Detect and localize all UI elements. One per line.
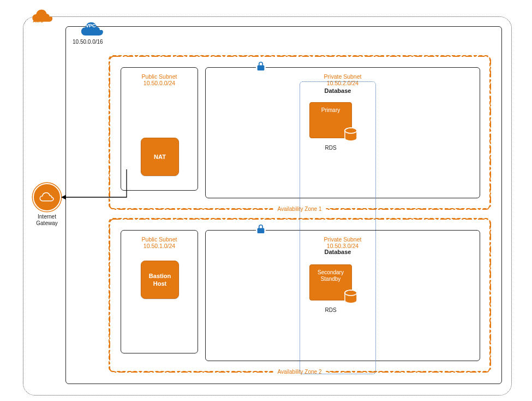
subnet-title: Private Subnet <box>206 73 480 80</box>
nat-box: NAT <box>141 138 179 176</box>
nat-node: NAT <box>141 138 179 176</box>
subnet-title: Public Subnet <box>121 236 198 243</box>
nat-label: NAT <box>154 153 166 161</box>
rds-primary-node: Primary RDS <box>309 102 352 151</box>
internet-gateway: InternetGateway <box>33 183 61 227</box>
bastion-node: BastionHost <box>141 261 179 299</box>
subnet-title: Public Subnet <box>121 73 198 80</box>
database-cylinder-icon <box>343 289 359 305</box>
vpc-box: VPC 10.50.0.0/16 Public Subnet 10.50.0.0… <box>65 26 502 384</box>
aws-label: AWS <box>33 19 44 23</box>
rds-secondary-service: RDS <box>309 307 352 313</box>
rds-secondary-label: SecondaryStandby <box>310 265 351 282</box>
igw-label: InternetGateway <box>33 214 61 227</box>
lock-icon <box>256 61 266 72</box>
bastion-label: BastionHost <box>149 272 171 288</box>
database-title: Database <box>300 87 375 94</box>
lock-icon <box>256 223 266 234</box>
vpc-label: VPC <box>86 23 96 28</box>
rds-primary-label: Primary <box>310 103 351 114</box>
internet-gateway-icon <box>33 183 61 211</box>
rds-primary-box: Primary <box>309 102 352 138</box>
az1-public-subnet: Public Subnet 10.50.0.0/24 NAT <box>121 67 198 191</box>
bastion-box: BastionHost <box>141 261 179 299</box>
database-cylinder-icon <box>343 127 359 143</box>
az2-public-subnet: Public Subnet 10.50.1.0/24 BastionHost <box>121 230 198 353</box>
subnet-cidr: 10.50.1.0/24 <box>121 243 198 249</box>
rds-secondary-node: SecondaryStandby RDS <box>309 264 352 313</box>
subnet-cidr: 10.50.0.0/24 <box>121 80 198 86</box>
rds-primary-service: RDS <box>309 145 352 151</box>
rds-secondary-box: SecondaryStandby <box>309 264 352 300</box>
vpc-cidr: 10.50.0.0/16 <box>73 39 103 45</box>
database-title-az2: Database <box>300 249 375 255</box>
diagram-canvas: AWS VPC 10.50.0.0/16 Public Subnet 10.50… <box>0 0 532 401</box>
